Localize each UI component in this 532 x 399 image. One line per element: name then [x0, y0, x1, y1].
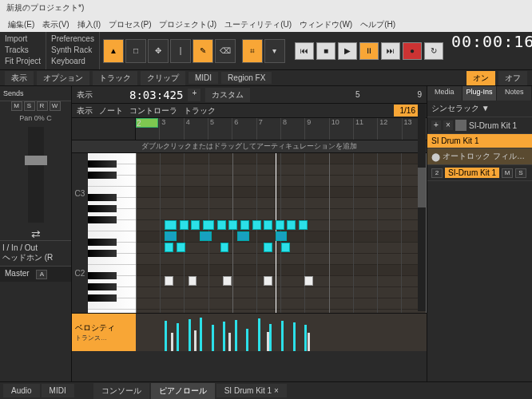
rewind-button[interactable]: ⏮: [295, 42, 314, 60]
midi-note[interactable]: [276, 231, 288, 241]
midi-note[interactable]: [264, 220, 272, 230]
velocity-bar[interactable]: [228, 333, 231, 351]
midi-note[interactable]: [264, 276, 272, 286]
midi-note[interactable]: [276, 220, 284, 230]
btn-fit-project[interactable]: Fit Project: [5, 56, 41, 67]
output-select[interactable]: ヘッドホン (R: [2, 252, 69, 263]
menu-process[interactable]: プロセス(P): [105, 19, 154, 30]
tool-erase[interactable]: ⌫: [215, 39, 236, 63]
midi-note[interactable]: [223, 276, 232, 286]
velocity-bar[interactable]: [194, 330, 197, 351]
synth-item-0[interactable]: SI-Drum Kit 1: [469, 121, 517, 130]
remove-synth-icon[interactable]: ×: [443, 120, 453, 130]
subtab-options[interactable]: オプション: [37, 71, 89, 85]
velocity-bar[interactable]: [293, 322, 296, 351]
midi-note[interactable]: [180, 220, 189, 230]
subtab-clip[interactable]: クリップ: [141, 71, 185, 85]
articulation-strip[interactable]: ダブルクリックまたはドラッグしてアーティキュレーションを追加: [72, 140, 427, 153]
add-button[interactable]: +: [188, 89, 200, 101]
subtab-track[interactable]: トラック: [93, 71, 137, 85]
menu-view[interactable]: 表示(V): [39, 19, 72, 30]
view-menu[interactable]: 表示: [77, 89, 93, 101]
midi-note[interactable]: [189, 276, 197, 286]
play-button[interactable]: ▶: [338, 42, 357, 60]
tool-edit[interactable]: |: [170, 39, 191, 63]
track-sends[interactable]: Sends: [0, 86, 71, 101]
midi-note[interactable]: [220, 243, 229, 252]
midi-note[interactable]: [237, 231, 249, 241]
menu-utility[interactable]: ユーティリティ(U): [221, 19, 295, 30]
velocity-bar[interactable]: [200, 318, 202, 351]
toggle-off[interactable]: オフ: [498, 71, 527, 85]
bar-ruler[interactable]: 2 2 3 4 5 6 7 8 9 10 11 12 13: [136, 118, 427, 140]
midi-note[interactable]: [165, 243, 173, 252]
menu-project[interactable]: プロジェクト(J): [156, 19, 220, 30]
toggle-on[interactable]: オン: [466, 71, 495, 85]
subtab-display[interactable]: 表示: [5, 71, 34, 85]
midi-note[interactable]: [264, 243, 272, 252]
tab-console[interactable]: コンソール: [93, 383, 149, 399]
btn-keyboard[interactable]: Keyboard: [51, 56, 94, 67]
record-button[interactable]: ●: [403, 42, 422, 60]
velocity-bar[interactable]: [246, 329, 248, 351]
snap-toggle[interactable]: ⌗: [242, 39, 263, 63]
midi-note[interactable]: [177, 243, 185, 252]
tab-plugins[interactable]: Plug-Ins: [463, 86, 498, 101]
menu-window[interactable]: ウィンドウ(W): [296, 19, 355, 30]
menu-edit[interactable]: 編集(E): [5, 19, 38, 30]
filter-label[interactable]: フィル…: [493, 151, 525, 162]
velocity-bar[interactable]: [267, 332, 269, 351]
velocity-bar[interactable]: [281, 321, 284, 351]
clip-marker[interactable]: 2: [136, 118, 158, 128]
menu-help[interactable]: ヘルプ(H): [357, 19, 399, 30]
midi-note[interactable]: [287, 220, 296, 230]
midi-note[interactable]: [191, 220, 200, 230]
loop-button[interactable]: ↻: [424, 42, 443, 60]
mute-button[interactable]: M: [11, 101, 22, 111]
velocity-bar[interactable]: [223, 322, 225, 351]
sub-note[interactable]: ノート: [99, 105, 123, 117]
velocity-bar[interactable]: [212, 325, 214, 351]
solo-button[interactable]: S: [24, 101, 35, 111]
tab-notes[interactable]: Notes: [497, 86, 532, 101]
record-arm[interactable]: R: [37, 101, 48, 111]
midi-note[interactable]: [203, 220, 215, 230]
marks-button[interactable]: ▾: [264, 39, 285, 63]
tool-smart[interactable]: ▲: [103, 39, 124, 63]
tab-midi[interactable]: MIDI: [42, 384, 74, 397]
velocity-bar[interactable]: [269, 324, 272, 351]
synth-rack-header[interactable]: シンセラック ▼: [427, 101, 532, 117]
velocity-bar[interactable]: [177, 323, 179, 351]
sub-view[interactable]: 表示: [77, 105, 93, 117]
master-a-button[interactable]: A: [36, 270, 47, 279]
autolock-label[interactable]: オートロック: [443, 151, 490, 162]
velocity-bar[interactable]: [165, 321, 167, 351]
midi-note[interactable]: [165, 276, 173, 286]
auto-icon[interactable]: ⬤: [431, 152, 440, 161]
tool-move[interactable]: ✥: [148, 39, 169, 63]
tab-piano-roll[interactable]: ピアノロール: [151, 383, 215, 399]
btn-preferences[interactable]: Preferences: [51, 34, 94, 45]
write-button[interactable]: W: [50, 101, 61, 111]
velocity-bar[interactable]: [189, 319, 191, 351]
midi-note[interactable]: [281, 243, 290, 252]
velocity-label[interactable]: ベロシティ: [75, 322, 133, 334]
tab-audio[interactable]: Audio: [3, 384, 40, 397]
strip-num[interactable]: 2: [431, 168, 443, 178]
track-strip-name[interactable]: SI-Drum Kit 1: [445, 168, 499, 178]
link-icon[interactable]: ⇄: [0, 227, 71, 240]
btn-import[interactable]: Import: [5, 34, 41, 45]
synth-item-selected[interactable]: SI Drum Kit 1: [427, 134, 532, 148]
sub-controller[interactable]: コントローラ: [129, 105, 177, 117]
midi-note[interactable]: [228, 220, 237, 230]
midi-note[interactable]: [200, 231, 212, 241]
strip-m[interactable]: M: [502, 168, 513, 178]
strip-s[interactable]: S: [515, 168, 526, 178]
menu-insert[interactable]: 挿入(I): [74, 19, 104, 30]
velocity-bar[interactable]: [258, 318, 260, 351]
tab-media[interactable]: Media: [427, 86, 463, 101]
velocity-bar[interactable]: [235, 320, 237, 351]
midi-note[interactable]: [165, 231, 177, 241]
midi-note[interactable]: [252, 220, 261, 230]
position-display[interactable]: 8:03:425: [129, 89, 183, 101]
